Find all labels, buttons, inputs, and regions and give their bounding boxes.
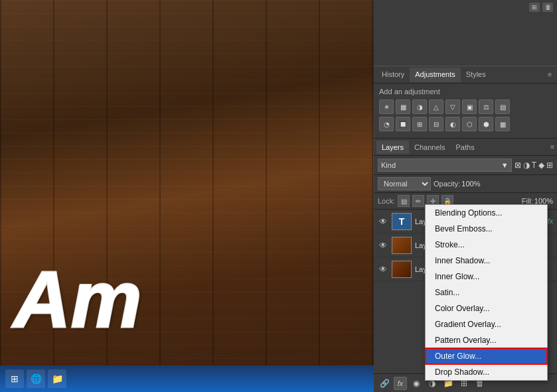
- adj-selective-color[interactable]: ▦: [495, 117, 510, 131]
- menu-item-pattern-overlay[interactable]: Pattern Overlay...: [426, 332, 547, 348]
- menu-item-satin[interactable]: Satin...: [426, 285, 547, 300]
- panel-tabs: History Adjustments Styles ≡: [374, 66, 557, 84]
- fx-button[interactable]: fx: [394, 377, 407, 390]
- adj-posterize[interactable]: ◐: [445, 117, 460, 131]
- filter-type-icon[interactable]: T: [532, 161, 536, 170]
- layers-tabs: Layers Channels Paths ≡: [374, 139, 557, 156]
- opacity-value[interactable]: 100%: [461, 180, 480, 188]
- adj-icons-row-2: ◔ 🔲 ⊞ ⊟ ◐ ⬡ ⬢ ▦: [379, 117, 552, 131]
- add-mask-button[interactable]: ◉: [410, 377, 423, 390]
- layer-fx-badge: fx: [548, 218, 553, 225]
- menu-item-color-overlay[interactable]: Color Overlay...: [426, 300, 547, 316]
- adj-color-lookup[interactable]: ⊞: [412, 117, 427, 131]
- menu-item-drop-shadow[interactable]: Drop Shadow...: [426, 364, 547, 380]
- adj-color-balance[interactable]: ⚖: [479, 99, 493, 114]
- adj-exposure[interactable]: △: [429, 99, 443, 114]
- tab-history[interactable]: History: [376, 68, 410, 82]
- layer-visibility-icon[interactable]: 👁: [378, 241, 388, 250]
- menu-item-bevel-emboss[interactable]: Bevel Emboss...: [426, 221, 547, 237]
- menu-item-inner-glow[interactable]: Inner Glow...: [426, 269, 547, 285]
- mini-panel-icons: ⊞ 🗑: [529, 3, 553, 12]
- adj-gradient-map[interactable]: ⬢: [479, 117, 493, 131]
- tab-adjustments[interactable]: Adjustments: [410, 68, 461, 82]
- panel-icon-grid[interactable]: ⊞: [529, 3, 540, 12]
- canvas-text: Am: [13, 259, 141, 339]
- adjustments-panel: History Adjustments Styles ≡ Add an adju…: [374, 66, 557, 139]
- layer-filter-icons: ⊠ ◑ T ◆ ⊞: [515, 161, 553, 170]
- layers-controls: Kind ▼ ⊠ ◑ T ◆ ⊞: [374, 156, 557, 175]
- layer-thumbnail: [392, 237, 412, 254]
- tab-paths[interactable]: Paths: [451, 141, 480, 154]
- kind-dropdown-icon: ▼: [501, 161, 509, 169]
- layer-visibility-icon[interactable]: 👁: [378, 265, 388, 274]
- adj-hsl[interactable]: ▣: [462, 99, 477, 114]
- adj-photo-filter[interactable]: ◔: [379, 117, 394, 131]
- adj-levels[interactable]: ▦: [396, 99, 410, 114]
- adj-curves[interactable]: ◑: [412, 99, 427, 114]
- layer-thumbnail: [392, 261, 412, 278]
- menu-item-inner-shadow[interactable]: Inner Shadow...: [426, 253, 547, 269]
- blend-mode-select[interactable]: Normal: [378, 177, 431, 190]
- adj-icons-row-1: ☀ ▦ ◑ △ ▽ ▣ ⚖ ▤: [379, 99, 552, 114]
- canvas-area: Am ⊞ 🌐 📁: [0, 0, 374, 392]
- tab-channels[interactable]: Channels: [409, 141, 450, 154]
- menu-item-outer-glow[interactable]: Outer Glow...: [426, 348, 547, 364]
- filter-smart-icon[interactable]: ⊞: [546, 161, 553, 170]
- link-button[interactable]: 🔗: [378, 377, 391, 390]
- panel-tab-menu-icon[interactable]: ≡: [545, 70, 554, 80]
- taskbar-icon-2[interactable]: 🌐: [27, 369, 45, 388]
- lock-transparent[interactable]: ▤: [398, 195, 410, 207]
- adj-channel-mixer[interactable]: 🔲: [396, 117, 410, 131]
- adj-vibrance[interactable]: ▽: [445, 99, 460, 114]
- adj-threshold[interactable]: ⬡: [462, 117, 477, 131]
- kind-select[interactable]: Kind ▼: [378, 159, 512, 172]
- taskbar-icon-3[interactable]: 📁: [48, 369, 66, 388]
- panel-icon-trash[interactable]: 🗑: [542, 3, 553, 12]
- adj-invert[interactable]: ⊟: [429, 117, 443, 131]
- adjustments-content: Add an adjustment ☀ ▦ ◑ △ ▽ ▣ ⚖ ▤ ◔ 🔲 ⊞ …: [374, 84, 557, 138]
- canvas-background: Am: [0, 0, 374, 392]
- layer-thumbnail: T: [392, 213, 412, 230]
- filter-adj-icon[interactable]: ◑: [523, 161, 530, 170]
- opacity-label: Opacity:: [434, 180, 460, 188]
- kind-label: Kind: [381, 161, 396, 169]
- layers-tab-menu-icon[interactable]: ≡: [550, 143, 554, 151]
- blend-opacity-row: Normal Opacity: 100%: [374, 175, 557, 193]
- opacity-row: Opacity: 100%: [434, 180, 481, 188]
- lock-image[interactable]: ✏: [412, 195, 424, 207]
- adj-bw[interactable]: ▤: [495, 99, 510, 114]
- tab-styles[interactable]: Styles: [461, 68, 491, 82]
- layer-visibility-icon[interactable]: 👁: [378, 217, 388, 226]
- context-menu[interactable]: Blending Options... Bevel Emboss... Stro…: [425, 204, 548, 381]
- tab-layers[interactable]: Layers: [376, 141, 409, 154]
- filter-pixel-icon[interactable]: ⊠: [515, 161, 521, 170]
- taskbar: ⊞ 🌐 📁: [0, 365, 374, 392]
- menu-item-stroke[interactable]: Stroke...: [426, 237, 547, 253]
- menu-item-blending-options[interactable]: Blending Options...: [426, 205, 547, 221]
- mini-panel: ⊞ 🗑: [374, 0, 557, 66]
- menu-item-gradient-overlay[interactable]: Gradient Overlay...: [426, 316, 547, 332]
- lock-label: Lock:: [378, 197, 395, 205]
- adj-brightness[interactable]: ☀: [379, 99, 394, 114]
- add-adjustment-label: Add an adjustment: [379, 88, 552, 96]
- taskbar-icon-1[interactable]: ⊞: [5, 369, 24, 388]
- filter-shape-icon[interactable]: ◆: [538, 161, 544, 170]
